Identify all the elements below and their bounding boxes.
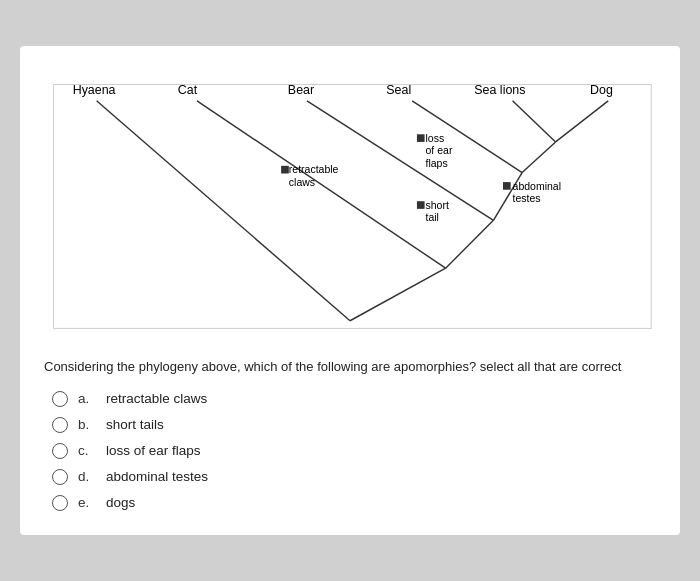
trait-loss-ear-flaps2: of ear [426,145,453,157]
option-c[interactable]: c. loss of ear flaps [52,443,656,459]
option-b[interactable]: b. short tails [52,417,656,433]
svg-rect-7 [417,135,425,143]
trait-loss-ear-flaps3: flaps [426,157,448,169]
svg-line-5 [307,101,493,221]
trait-abdominal-testes: abdominal [513,180,561,192]
option-b-text: short tails [106,417,164,432]
option-c-text: loss of ear flaps [106,443,201,458]
trait-retractable-claws: retractable [289,164,339,176]
option-e-text: dogs [106,495,135,510]
trait-abdominal-testes2: testes [513,193,541,205]
trait-retractable-claws2: claws [289,176,315,188]
svg-rect-10 [503,183,511,191]
option-a[interactable]: a. retractable claws [52,391,656,407]
option-a-text: retractable claws [106,391,207,406]
trait-short-tail: short [426,199,449,211]
svg-line-1 [350,269,446,322]
option-c-letter: c. [78,443,96,458]
trait-loss-ear-flaps: loss [426,132,445,144]
options-list: a. retractable claws b. short tails c. l… [44,391,656,511]
radio-a[interactable] [52,391,68,407]
taxon-bear: Bear [288,84,314,98]
svg-line-9 [522,142,555,173]
taxon-sealions: Sea lions [474,84,525,98]
radio-c[interactable] [52,443,68,459]
phylogeny-diagram: Hyaena Cat Bear Seal Sea lions Dog [44,66,656,346]
radio-e[interactable] [52,495,68,511]
svg-rect-14 [54,85,652,329]
trait-short-tail2: tail [426,212,439,224]
svg-line-2 [197,101,446,268]
taxon-dog: Dog [590,84,613,98]
option-d[interactable]: d. abdominal testes [52,469,656,485]
option-e-letter: e. [78,495,96,510]
svg-line-3 [446,221,494,269]
radio-d[interactable] [52,469,68,485]
option-b-letter: b. [78,417,96,432]
option-d-text: abdominal testes [106,469,208,484]
option-a-letter: a. [78,391,96,406]
taxon-seal: Seal [386,84,411,98]
option-e[interactable]: e. dogs [52,495,656,511]
question-text: Considering the phylogeny above, which o… [44,358,656,376]
option-d-letter: d. [78,469,96,484]
taxon-cat: Cat [178,84,198,98]
svg-line-0 [97,101,350,321]
svg-line-12 [513,101,556,142]
taxon-hyaena: Hyaena [73,84,116,98]
main-card: Hyaena Cat Bear Seal Sea lions Dog [20,46,680,534]
radio-b[interactable] [52,417,68,433]
svg-rect-4 [281,166,289,174]
svg-line-13 [556,101,609,142]
svg-rect-11 [417,202,425,210]
